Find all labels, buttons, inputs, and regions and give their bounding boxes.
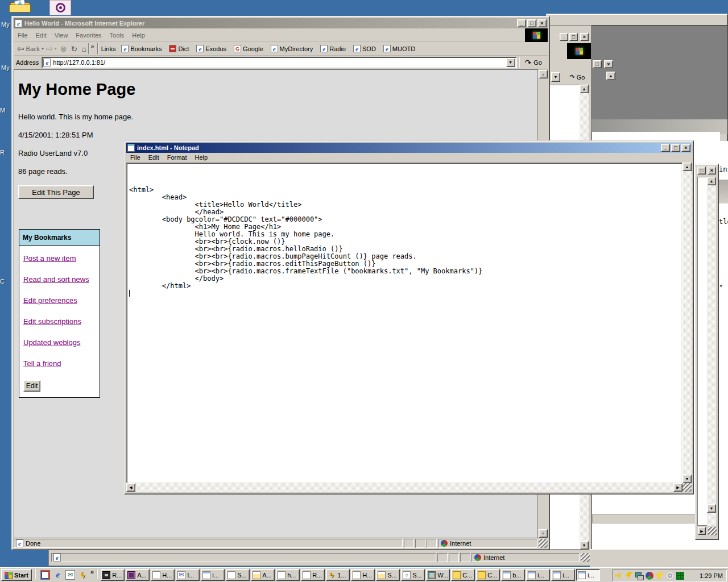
- scroll-down-button[interactable]: ▼: [539, 529, 548, 538]
- scroll-down-button[interactable]: ▼: [682, 475, 692, 483]
- back-button[interactable]: ⇦ Back ▾: [17, 44, 44, 53]
- address-dropdown-button[interactable]: ▼: [506, 58, 515, 67]
- tray-icon[interactable]: [615, 572, 623, 580]
- close-button[interactable]: ×: [537, 19, 547, 27]
- links-toolbar-item[interactable]: SOD: [353, 45, 376, 52]
- edit-this-page-button[interactable]: Edit This Page: [18, 185, 94, 199]
- scroll-up-button[interactable]: ▲: [606, 72, 615, 80]
- taskbar-window-button[interactable]: A...: [251, 569, 275, 581]
- tray-clock[interactable]: 1:29 PM: [700, 572, 723, 579]
- notepad-title-bar[interactable]: index.html - Notepad _ □ ×: [126, 143, 692, 153]
- radio-userland-icon[interactable]: [49, 0, 71, 15]
- tray-icon[interactable]: [676, 572, 684, 580]
- taskbar-window-button[interactable]: W...: [426, 569, 450, 581]
- refresh-button[interactable]: ↻: [71, 45, 77, 53]
- taskbar-window-button[interactable]: S...: [226, 569, 250, 581]
- my-documents-folder-icon[interactable]: [9, 0, 32, 14]
- menu-item[interactable]: Help: [191, 152, 212, 163]
- taskbar-window-button[interactable]: S...: [401, 569, 425, 581]
- forward-dropdown-icon[interactable]: ▾: [55, 47, 57, 51]
- menu-item[interactable]: Format: [163, 152, 191, 163]
- menu-item[interactable]: File: [126, 152, 144, 163]
- tray-icon[interactable]: [635, 572, 643, 580]
- links-toolbar-item[interactable]: Google: [234, 45, 263, 52]
- maximize-button[interactable]: □: [697, 167, 706, 174]
- menu-item[interactable]: Edit: [32, 30, 51, 40]
- taskbar-window-button[interactable]: i...: [576, 569, 600, 581]
- taskbar-window-button[interactable]: i...: [201, 569, 225, 581]
- start-button[interactable]: Start: [1, 569, 32, 581]
- minimize-button[interactable]: _: [517, 19, 526, 27]
- go-button[interactable]: ↷ Go: [564, 72, 590, 82]
- close-button[interactable]: ×: [580, 33, 589, 41]
- quick-launch-overflow-chevron[interactable]: »: [90, 569, 94, 575]
- taskbar-window-button[interactable]: 1...: [326, 569, 350, 581]
- bookmark-link[interactable]: Edit subscriptions: [23, 317, 100, 326]
- scroll-up-button[interactable]: ▲: [682, 163, 692, 171]
- taskbar-window-button[interactable]: C...: [451, 569, 475, 581]
- address-dropdown-button[interactable]: ▼: [551, 72, 560, 82]
- ie-title-bar[interactable]: Hello World - Microsoft Internet Explore…: [14, 18, 548, 28]
- quick-launch-icon[interactable]: [65, 570, 75, 580]
- taskbar-window-button[interactable]: i...: [526, 569, 550, 581]
- maximize-button[interactable]: □: [671, 144, 680, 152]
- menu-item[interactable]: Favorites: [72, 30, 105, 40]
- maximize-button[interactable]: □: [569, 33, 578, 41]
- taskbar-window-button[interactable]: C...: [476, 569, 500, 581]
- menu-item[interactable]: Tools: [106, 30, 129, 40]
- taskbar-window-button[interactable]: R...: [101, 569, 125, 581]
- close-button[interactable]: ×: [681, 144, 690, 152]
- bookmark-link[interactable]: Tell a friend: [23, 359, 100, 368]
- minimize-button[interactable]: _: [661, 144, 670, 152]
- resize-grip[interactable]: [708, 527, 717, 535]
- maximize-button[interactable]: □: [527, 19, 536, 27]
- bookmarks-edit-button[interactable]: Edit: [23, 380, 40, 392]
- stop-button[interactable]: ⊗: [60, 45, 67, 53]
- links-toolbar-item[interactable]: MUOTD: [383, 45, 415, 52]
- close-button[interactable]: ×: [708, 167, 716, 174]
- bookmark-link[interactable]: Post a new item: [23, 254, 100, 263]
- scroll-up-button[interactable]: ▲: [539, 70, 548, 78]
- notepad-window[interactable]: index.html - Notepad _ □ × FileEditForma…: [124, 140, 694, 494]
- close-button[interactable]: ×: [604, 60, 613, 68]
- maximize-button[interactable]: □: [593, 60, 602, 68]
- scroll-right-button[interactable]: ▶: [673, 483, 682, 492]
- taskbar-window-button[interactable]: H...: [151, 569, 175, 581]
- menu-item[interactable]: View: [51, 30, 72, 40]
- toolbar-overflow-chevron[interactable]: »: [91, 43, 94, 49]
- quick-launch-icon[interactable]: [53, 570, 63, 580]
- go-button[interactable]: ↷ Go: [522, 59, 545, 66]
- quick-launch-icon[interactable]: [40, 570, 50, 580]
- links-toolbar-item[interactable]: Radio: [320, 45, 346, 52]
- vertical-scrollbar[interactable]: ▲ ▼: [707, 177, 716, 526]
- tray-icon[interactable]: [666, 572, 674, 580]
- taskbar-window-button[interactable]: S...: [376, 569, 400, 581]
- bookmark-link[interactable]: Read and sort news: [23, 275, 100, 284]
- taskbar-window-button[interactable]: A...: [126, 569, 150, 581]
- horizontal-scrollbar[interactable]: ◀ ▶: [126, 483, 682, 492]
- tray-icon[interactable]: [646, 572, 653, 580]
- resize-grip[interactable]: [581, 553, 590, 562]
- links-toolbar-item[interactable]: Dict: [169, 45, 189, 52]
- taskbar-window-button[interactable]: i...: [551, 569, 575, 581]
- bookmark-link[interactable]: Edit preferences: [23, 296, 100, 305]
- taskbar-window-button[interactable]: R...: [301, 569, 325, 581]
- menu-item[interactable]: File: [14, 30, 32, 40]
- scroll-down-button[interactable]: ▼: [580, 541, 589, 550]
- resize-grip[interactable]: [539, 539, 548, 548]
- scroll-up-button[interactable]: ▲: [580, 85, 589, 93]
- back-dropdown-icon[interactable]: ▾: [42, 47, 44, 51]
- taskbar-window-button[interactable]: I...: [176, 569, 200, 581]
- taskbar-window-button[interactable]: b...: [501, 569, 525, 581]
- vertical-scrollbar[interactable]: ▲ ▼: [682, 163, 692, 483]
- menu-item[interactable]: Edit: [144, 152, 163, 163]
- scroll-down-button[interactable]: ▼: [707, 504, 716, 513]
- minimize-button[interactable]: _: [560, 33, 568, 41]
- resize-grip[interactable]: [682, 483, 692, 492]
- tray-icon[interactable]: [656, 572, 664, 580]
- scroll-up-button[interactable]: ▲: [707, 177, 716, 185]
- address-input[interactable]: http://127.0.0.1:81/ ▼: [42, 57, 516, 68]
- horizontal-scrollbar[interactable]: [592, 514, 699, 523]
- bookmark-link[interactable]: Updated weblogs: [23, 338, 100, 347]
- tray-icon[interactable]: [625, 572, 633, 580]
